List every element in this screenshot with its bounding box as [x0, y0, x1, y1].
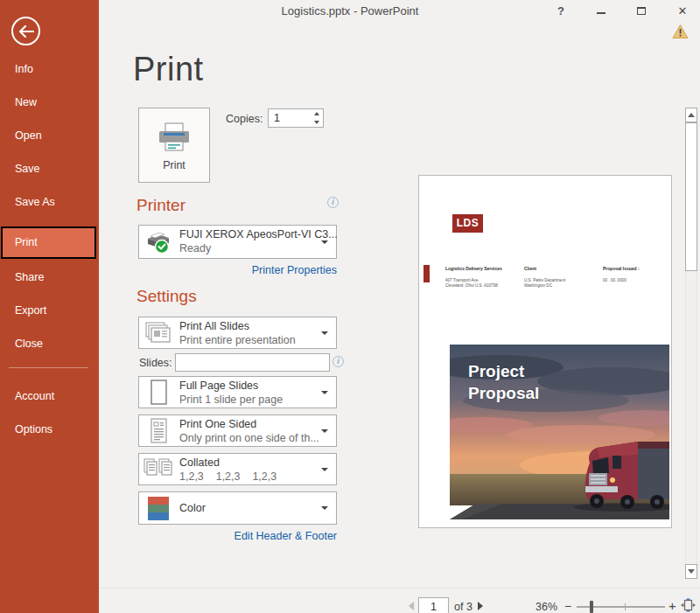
sidebar-item-share[interactable]: Share: [0, 264, 99, 290]
next-page-button[interactable]: [478, 602, 483, 610]
back-arrow-icon: [18, 25, 34, 38]
slide-column-header: Proposal Issued :: [603, 266, 680, 271]
collation-title: Collated: [179, 456, 220, 469]
copies-increment-button[interactable]: [310, 109, 323, 118]
print-range-subtitle: Print entire presentation: [179, 334, 296, 346]
sidebar-item-export[interactable]: Export: [0, 297, 99, 324]
print-button-label: Print: [139, 159, 209, 171]
printer-device-status: Ready: [179, 242, 211, 254]
chevron-down-icon: [321, 331, 328, 335]
scroll-up-button[interactable]: [685, 108, 697, 122]
sidebar-item-print[interactable]: Print: [1, 226, 96, 259]
backstage-sidebar: Info New Open Save Save As Print Share E…: [0, 0, 99, 613]
sidebar-item-save-as[interactable]: Save As: [0, 189, 99, 215]
sidebar-divider: [9, 367, 88, 368]
print-sides-title: Print One Sided: [179, 418, 256, 430]
title-bar: Logistics.pptx - PowerPoint ? ✕: [0, 0, 700, 23]
one-sided-icon: [144, 416, 173, 446]
sidebar-item-open[interactable]: Open: [0, 122, 99, 149]
zoom-percent-label: 36%: [536, 601, 557, 613]
full-page-icon: [144, 378, 173, 408]
print-range-select[interactable]: Print All Slides Print entire presentati…: [138, 317, 337, 349]
down-arrow-icon: [688, 569, 695, 574]
collated-icon: [144, 455, 173, 484]
printer-icon: [156, 122, 192, 157]
page-total-label: of 3: [454, 601, 472, 613]
settings-section-heading: Settings: [136, 287, 197, 306]
back-button[interactable]: [11, 17, 40, 45]
help-button[interactable]: ?: [552, 3, 570, 18]
slide-column-header: Client: [524, 266, 601, 271]
fit-to-window-icon: [681, 598, 696, 612]
slide-column-body: 00 . 00. 0000: [603, 278, 680, 283]
slides-label: Slides:: [139, 357, 172, 369]
slides-range-input[interactable]: [175, 353, 330, 372]
zoom-in-button[interactable]: +: [668, 598, 676, 613]
printer-properties-link[interactable]: Printer Properties: [138, 264, 337, 276]
printer-section-heading: Printer: [136, 196, 186, 215]
zoom-slider-thumb[interactable]: [590, 601, 593, 613]
print-layout-subtitle: Print 1 slide per page: [179, 394, 283, 406]
zoom-slider-midpoint-tick: [625, 603, 626, 610]
printer-device-name: FUJI XEROX ApeosPort-VI C3...: [179, 228, 338, 240]
sidebar-item-close[interactable]: Close: [0, 331, 99, 357]
all-slides-icon: [144, 318, 173, 348]
close-button[interactable]: ✕: [674, 3, 691, 18]
previous-page-button[interactable]: [409, 602, 414, 610]
copies-stepper: [268, 108, 324, 128]
chevron-down-icon: [321, 240, 328, 244]
chevron-down-icon: [321, 506, 328, 510]
maximize-button[interactable]: [633, 3, 650, 18]
down-arrow-icon: [314, 121, 319, 124]
preview-status-bar: [99, 588, 700, 613]
slide-column-proposal: Proposal Issued : 00 . 00. 0000: [603, 266, 680, 283]
fit-to-window-button[interactable]: [680, 597, 696, 613]
slide-column-body: U.S. Parks Department Washington DC: [524, 278, 601, 289]
print-preview-slide: LDS Logistics Delivery Services 407 Tran…: [418, 175, 672, 528]
print-layout-title: Full Page Slides: [179, 380, 258, 392]
slide-column-header: Logistics Delivery Services: [445, 266, 522, 271]
up-arrow-icon: [688, 113, 695, 117]
color-icon: [144, 493, 173, 523]
sidebar-item-account[interactable]: Account: [0, 383, 99, 409]
minimize-icon: [597, 12, 606, 14]
print-sides-subtitle: Only print on one side of th...: [179, 432, 319, 444]
truck-shape: [585, 442, 669, 509]
maximize-icon: [637, 7, 646, 15]
sidebar-item-save[interactable]: Save: [0, 156, 99, 182]
print-button[interactable]: Print: [138, 108, 210, 183]
edit-header-footer-link[interactable]: Edit Header & Footer: [138, 530, 337, 542]
minimize-button[interactable]: [592, 3, 610, 18]
sidebar-item-new[interactable]: New: [0, 89, 99, 115]
slide-accent-bar: [424, 265, 430, 282]
sidebar-item-options[interactable]: Options: [0, 416, 99, 442]
slide-column-company: Logistics Delivery Services 407 Transpor…: [445, 266, 522, 289]
slide-column-body: 407 Transport Ave. Cleveland ,Ohio U.S. …: [445, 278, 522, 289]
slide-column-client: Client U.S. Parks Department Washington …: [524, 266, 601, 289]
zoom-out-button[interactable]: −: [564, 599, 571, 613]
color-mode-select[interactable]: Color: [138, 491, 337, 525]
chevron-down-icon: [321, 429, 328, 433]
printer-device-icon: [144, 227, 173, 257]
page-title: Print: [133, 51, 204, 88]
copies-decrement-button[interactable]: [310, 118, 323, 127]
chevron-down-icon: [321, 468, 328, 471]
printer-select[interactable]: FUJI XEROX ApeosPort-VI C3... Ready: [138, 225, 337, 259]
current-page-input[interactable]: [418, 597, 449, 613]
slides-info-icon[interactable]: i: [332, 356, 344, 367]
scroll-down-button[interactable]: [685, 564, 697, 579]
chevron-down-icon: [321, 391, 328, 394]
collation-select[interactable]: Collated 1,2,3 1,2,3 1,2,3: [138, 453, 337, 485]
copies-input[interactable]: [269, 109, 309, 127]
print-range-title: Print All Slides: [179, 320, 249, 332]
sidebar-item-info[interactable]: Info: [0, 56, 99, 82]
copies-label: Copies:: [226, 113, 262, 125]
printer-info-icon[interactable]: i: [327, 197, 339, 208]
slide-title: Project Proposal: [468, 360, 539, 404]
collation-subtitle: 1,2,3 1,2,3 1,2,3: [179, 470, 276, 483]
slide-logo: LDS: [452, 214, 483, 233]
slide-hero-image: Project Proposal: [450, 345, 669, 519]
print-sides-select[interactable]: Print One Sided Only print on one side o…: [138, 414, 337, 447]
print-layout-select[interactable]: Full Page Slides Print 1 slide per page: [138, 376, 337, 408]
preview-scrollbar-thumb[interactable]: [685, 122, 697, 271]
